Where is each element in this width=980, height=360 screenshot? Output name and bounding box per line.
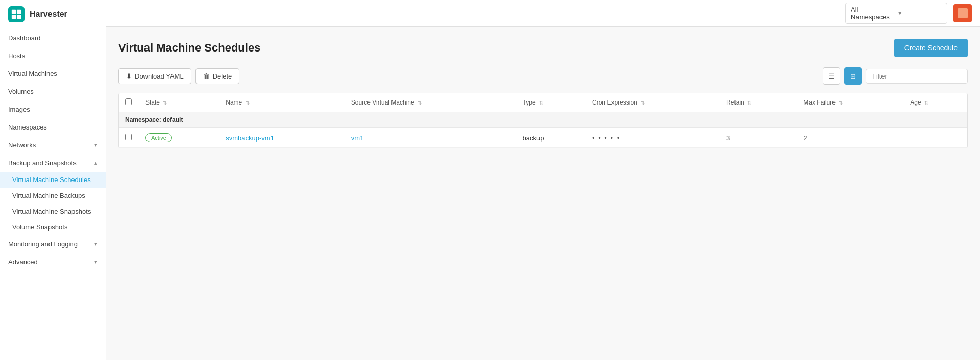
col-retain-label: Retain [726, 99, 744, 106]
namespace-group-value: default [163, 116, 183, 123]
sidebar-label-volume-snapshots: Volume Snapshots [12, 223, 67, 231]
download-yaml-label: Download YAML [135, 72, 184, 80]
col-state[interactable]: State ⇅ [139, 93, 219, 112]
col-name-label: Name [226, 99, 242, 106]
col-type[interactable]: Type ⇅ [517, 93, 586, 112]
col-max-failure-label: Max Failure [803, 99, 836, 106]
logo-icon [8, 6, 24, 22]
chevron-down-icon-ns: ▾ [898, 9, 942, 17]
page-content: Virtual Machine Schedules Create Schedul… [106, 27, 980, 360]
sidebar-label-vm-snapshots: Virtual Machine Snapshots [12, 208, 91, 215]
col-age[interactable]: Age ⇅ [904, 93, 967, 112]
namespace-group-label: Namespace: [125, 116, 161, 123]
namespace-label: All Namespaces [851, 6, 894, 21]
row-age-cell: ⏸ Suspend ✏ Edit Config 📄 Edit YAML [904, 128, 967, 148]
svg-rect-0 [12, 10, 16, 14]
col-type-label: Type [523, 99, 536, 106]
col-cron[interactable]: Cron Expression ⇅ [586, 93, 720, 112]
sort-icon-type: ⇅ [539, 100, 543, 106]
select-all-checkbox[interactable] [125, 98, 132, 105]
download-yaml-button[interactable]: ⬇ Download YAML [118, 68, 191, 84]
row-checkbox-cell [119, 128, 139, 148]
col-retain[interactable]: Retain ⇅ [720, 93, 797, 112]
sidebar-label-hosts: Hosts [8, 52, 25, 60]
chevron-down-icon: ▾ [94, 142, 97, 148]
sidebar: Harvester Dashboard Hosts Virtual Machin… [0, 0, 106, 360]
avatar[interactable] [953, 4, 972, 22]
sidebar-item-dashboard[interactable]: Dashboard [0, 29, 106, 47]
sidebar-item-virtual-machines[interactable]: Virtual Machines [0, 65, 106, 83]
sort-icon-max-failure: ⇅ [839, 100, 843, 106]
row-source-vm-cell: vm1 [345, 128, 517, 148]
svg-rect-2 [12, 15, 16, 19]
page-header: Virtual Machine Schedules Create Schedul… [118, 39, 968, 57]
sidebar-item-networks[interactable]: Networks ▾ [0, 136, 106, 154]
sidebar-item-vm-schedules[interactable]: Virtual Machine Schedules [0, 172, 106, 188]
col-source-vm[interactable]: Source Virtual Machine ⇅ [345, 93, 517, 112]
table-header-row: State ⇅ Name ⇅ Source Virtual Machine ⇅ [119, 93, 967, 112]
sidebar-item-volume-snapshots[interactable]: Volume Snapshots [0, 219, 106, 235]
namespace-selector[interactable]: All Namespaces ▾ [845, 3, 947, 24]
sidebar-item-backup-snapshots[interactable]: Backup and Snapshots ▴ [0, 154, 106, 172]
toolbar: ⬇ Download YAML 🗑 Delete ☰ ⊞ [118, 67, 968, 85]
sort-icon-source-vm: ⇅ [418, 100, 422, 106]
sort-icon-cron: ⇅ [641, 100, 645, 106]
col-max-failure[interactable]: Max Failure ⇅ [797, 93, 904, 112]
delete-label: Delete [213, 72, 232, 80]
col-cron-label: Cron Expression [592, 99, 638, 106]
svg-rect-1 [17, 10, 21, 14]
sort-icon-state: ⇅ [163, 100, 167, 106]
sidebar-label-networks: Networks [8, 141, 36, 149]
col-name[interactable]: Name ⇅ [219, 93, 345, 112]
list-view-button[interactable]: ☰ [823, 67, 840, 85]
page-title: Virtual Machine Schedules [118, 41, 260, 55]
sort-icon-name: ⇅ [246, 100, 250, 106]
row-checkbox[interactable] [125, 134, 132, 140]
sidebar-item-vm-snapshots[interactable]: Virtual Machine Snapshots [0, 203, 106, 219]
toolbar-left: ⬇ Download YAML 🗑 Delete [118, 68, 239, 84]
table-row: Active svmbackup-vm1 vm1 backup • • • • … [119, 128, 967, 148]
sort-icon-retain: ⇅ [747, 100, 751, 106]
sidebar-label-advanced: Advanced [8, 258, 38, 266]
app-name: Harvester [30, 10, 67, 19]
main-content: All Namespaces ▾ Virtual Machine Schedul… [106, 0, 980, 360]
grid-view-button[interactable]: ⊞ [844, 67, 862, 85]
row-max-failure-cell: 2 [797, 128, 904, 148]
topbar: All Namespaces ▾ [106, 0, 980, 27]
svg-rect-3 [17, 15, 21, 19]
sidebar-item-monitoring[interactable]: Monitoring and Logging ▾ [0, 235, 106, 253]
sidebar-label-namespaces: Namespaces [8, 123, 47, 131]
schedules-table: State ⇅ Name ⇅ Source Virtual Machine ⇅ [118, 93, 968, 148]
chevron-up-icon: ▴ [94, 160, 97, 166]
row-cron-cell: • • • • • [586, 128, 720, 148]
namespace-group-row: Namespace: default [119, 112, 967, 128]
row-source-vm-link[interactable]: vm1 [351, 134, 364, 142]
sidebar-label-vm-backups: Virtual Machine Backups [12, 192, 85, 199]
row-name-cell: svmbackup-vm1 [219, 128, 345, 148]
toolbar-right: ☰ ⊞ [823, 67, 968, 85]
filter-input[interactable] [866, 69, 968, 84]
row-name-link[interactable]: svmbackup-vm1 [226, 134, 274, 142]
sidebar-label-volumes: Volumes [8, 88, 34, 95]
delete-button[interactable]: 🗑 Delete [195, 68, 240, 84]
avatar-inner [958, 8, 968, 18]
create-schedule-button[interactable]: Create Schedule [894, 39, 968, 57]
row-retain-cell: 3 [720, 128, 797, 148]
select-all-col [119, 93, 139, 112]
row-cron-value: • • • • • [592, 134, 620, 142]
sidebar-item-hosts[interactable]: Hosts [0, 47, 106, 65]
sidebar-label-images: Images [8, 106, 30, 113]
chevron-down-icon-monitoring: ▾ [94, 241, 97, 247]
sidebar-label-dashboard: Dashboard [8, 34, 41, 42]
list-view-icon: ☰ [828, 72, 835, 80]
chevron-down-icon-advanced: ▾ [94, 259, 97, 265]
download-icon: ⬇ [126, 72, 132, 80]
grid-view-icon: ⊞ [850, 72, 856, 80]
delete-icon: 🗑 [203, 72, 210, 80]
sidebar-item-advanced[interactable]: Advanced ▾ [0, 253, 106, 271]
sidebar-item-vm-backups[interactable]: Virtual Machine Backups [0, 188, 106, 203]
sidebar-label-vm-schedules: Virtual Machine Schedules [12, 176, 91, 184]
sidebar-item-images[interactable]: Images [0, 100, 106, 118]
sidebar-item-volumes[interactable]: Volumes [0, 83, 106, 100]
sidebar-item-namespaces[interactable]: Namespaces [0, 118, 106, 136]
